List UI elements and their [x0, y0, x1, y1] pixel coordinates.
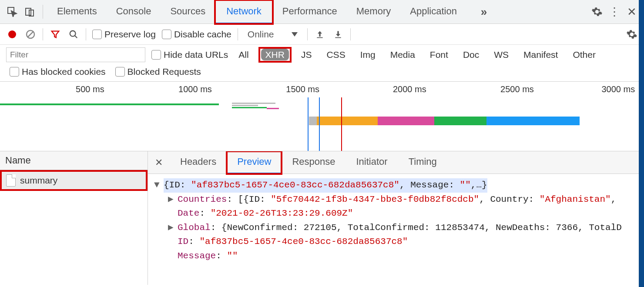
overview-cluster	[232, 102, 284, 110]
svg-line-5	[27, 31, 34, 37]
clear-icon[interactable]	[24, 28, 37, 40]
svg-point-6	[70, 30, 76, 36]
disable-cache-label: Disable cache	[174, 29, 231, 40]
network-toolbar: Preserve log Disable cache Online	[0, 24, 644, 45]
kebab-menu-icon[interactable]: ⋮	[606, 3, 623, 20]
tab-application[interactable]: Application	[400, 0, 466, 24]
filter-row-2: Has blocked cookies Blocked Requests	[0, 62, 644, 82]
waterfall-overview[interactable]: 500 ms 1000 ms 1500 ms 2000 ms 2500 ms 3…	[0, 82, 644, 151]
close-icon[interactable]: ✕	[623, 3, 641, 20]
device-toggle-icon[interactable]	[21, 3, 38, 20]
request-row-highlight: summary	[1, 171, 147, 190]
preview-highlight: Preview	[227, 151, 282, 174]
type-xhr[interactable]: XHR	[261, 49, 289, 60]
preview-body[interactable]: ▼ {ID: "af837bc5-1657-4ce0-83cc-682da856…	[148, 174, 644, 267]
type-manifest[interactable]: Manifest	[519, 49, 562, 61]
svg-rect-1	[26, 8, 31, 15]
network-settings-icon[interactable]	[626, 28, 638, 40]
file-icon	[6, 174, 16, 187]
tab-memory[interactable]: Memory	[347, 0, 400, 24]
overview-bar	[0, 103, 219, 105]
blocked-cookies-checkbox[interactable]: Has blocked cookies	[10, 67, 106, 77]
filter-icon[interactable]	[49, 28, 61, 40]
devtools-tab-bar: Elements Console Sources Network Perform…	[0, 0, 644, 24]
type-font[interactable]: Font	[426, 49, 453, 61]
inspect-element-icon[interactable]	[3, 3, 21, 20]
throttling-value: Online	[248, 29, 274, 40]
svg-point-3	[8, 30, 16, 38]
type-all[interactable]: All	[234, 49, 253, 61]
json-root[interactable]: ▼ {ID: "af837bc5-1657-4ce0-83cc-682da856…	[154, 178, 641, 193]
search-icon[interactable]	[67, 28, 80, 40]
separator	[43, 5, 43, 19]
tab-console[interactable]: Console	[107, 0, 161, 24]
network-split: Name summary ✕ Headers Preview Response …	[0, 151, 644, 285]
more-tabs-icon[interactable]: »	[475, 3, 493, 20]
marker-current	[341, 97, 342, 151]
hide-data-urls-checkbox[interactable]: Hide data URLs	[151, 50, 228, 60]
preserve-log-label: Preserve log	[104, 29, 156, 40]
dtab-initiator[interactable]: Initiator	[345, 151, 398, 174]
separator	[43, 28, 43, 40]
dtab-preview[interactable]: Preview	[227, 151, 282, 174]
blocked-requests-checkbox[interactable]: Blocked Requests	[115, 67, 201, 77]
svg-line-7	[75, 35, 77, 38]
download-har-icon[interactable]	[332, 28, 344, 40]
blocked-requests-label: Blocked Requests	[127, 67, 201, 77]
type-js[interactable]: JS	[297, 49, 316, 61]
tick-500: 500 ms	[76, 84, 107, 94]
filter-row: Hide data URLs All XHR JS CSS Img Media …	[0, 45, 644, 62]
chevron-down-icon	[292, 32, 298, 37]
tab-performance[interactable]: Performance	[273, 0, 347, 24]
settings-icon[interactable]	[588, 3, 606, 20]
json-date[interactable]: Date: "2021-02-26T13:23:29.609Z"	[154, 207, 641, 221]
request-row[interactable]: summary	[1, 171, 147, 190]
type-other[interactable]: Other	[568, 49, 600, 61]
separator	[238, 28, 238, 40]
filter-input[interactable]	[6, 47, 145, 62]
xhr-highlight: XHR	[259, 48, 291, 62]
request-list-pane: Name summary	[0, 151, 148, 285]
close-detail-icon[interactable]: ✕	[148, 157, 170, 168]
preserve-log-checkbox[interactable]: Preserve log	[92, 29, 156, 40]
time-ruler: 500 ms 1000 ms 1500 ms 2000 ms 2500 ms 3…	[0, 82, 644, 97]
upload-har-icon[interactable]	[314, 28, 326, 40]
json-id[interactable]: ID: "af837bc5-1657-4ce0-83cc-682da85637c…	[154, 235, 641, 249]
svg-rect-9	[335, 37, 341, 38]
tick-2000: 2000 ms	[393, 84, 429, 94]
request-name: summary	[20, 175, 57, 186]
marker-domcontent	[308, 97, 309, 151]
type-media[interactable]: Media	[386, 49, 419, 61]
json-message[interactable]: Message: ""	[154, 249, 641, 264]
expand-icon[interactable]: ▶	[168, 221, 176, 235]
disable-cache-checkbox[interactable]: Disable cache	[162, 29, 231, 40]
hide-data-urls-label: Hide data URLs	[164, 50, 228, 60]
window-edge	[639, 0, 644, 287]
type-css[interactable]: CSS	[322, 49, 349, 61]
json-global[interactable]: ▶ Global: {NewConfirmed: 272105, TotalCo…	[154, 221, 641, 235]
dtab-timing[interactable]: Timing	[398, 151, 447, 174]
request-name-header[interactable]: Name	[0, 151, 148, 170]
blocked-cookies-label: Has blocked cookies	[22, 67, 106, 77]
tab-network[interactable]: Network	[215, 0, 273, 24]
json-countries[interactable]: ▶ Countries: [{ID: "5fc70442-1f3b-4347-b…	[154, 193, 641, 207]
detail-pane: ✕ Headers Preview Response Initiator Tim…	[148, 151, 644, 285]
separator	[307, 28, 308, 40]
detail-tabs: ✕ Headers Preview Response Initiator Tim…	[148, 151, 644, 174]
tick-1500: 1500 ms	[286, 84, 322, 94]
type-img[interactable]: Img	[356, 49, 380, 61]
tab-elements[interactable]: Elements	[47, 0, 107, 24]
tick-1000: 1000 ms	[178, 84, 215, 94]
record-icon[interactable]	[6, 28, 18, 40]
separator	[86, 28, 86, 40]
type-doc[interactable]: Doc	[459, 49, 483, 61]
type-ws[interactable]: WS	[490, 49, 513, 61]
marker-load	[319, 97, 320, 151]
expand-icon[interactable]: ▶	[168, 193, 176, 207]
dtab-headers[interactable]: Headers	[170, 151, 227, 174]
dtab-response[interactable]: Response	[282, 151, 345, 174]
throttling-select[interactable]: Online	[244, 28, 301, 40]
svg-rect-8	[317, 37, 322, 38]
tab-sources[interactable]: Sources	[161, 0, 215, 24]
collapse-icon[interactable]: ▼	[154, 178, 162, 193]
